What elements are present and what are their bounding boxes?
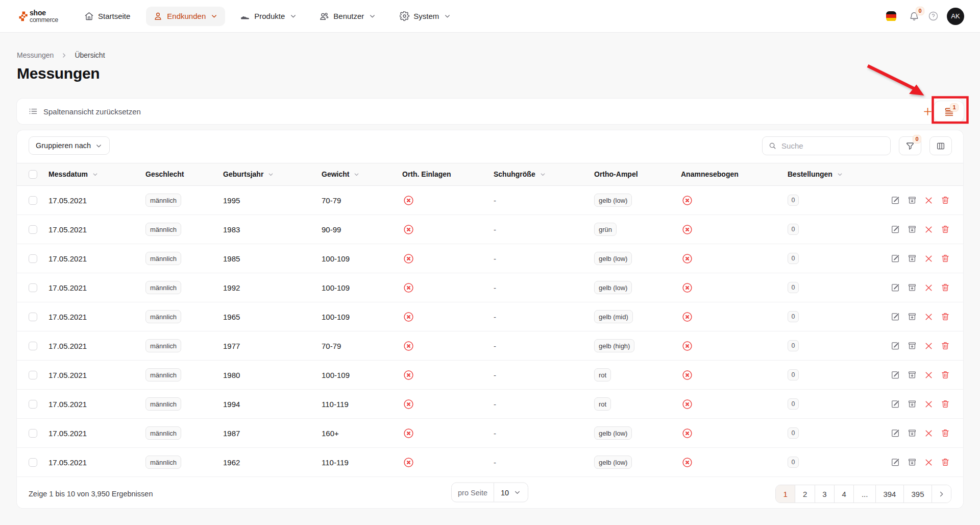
delete-button[interactable] bbox=[941, 196, 950, 205]
cancel-button[interactable] bbox=[924, 400, 933, 409]
search-input[interactable] bbox=[781, 141, 884, 150]
circle-x-icon bbox=[682, 253, 693, 264]
edit-button[interactable] bbox=[891, 428, 900, 438]
column-header-schuhgroesse[interactable]: Schuhgröße bbox=[494, 170, 594, 178]
column-header-geburtsjahr[interactable]: Geburtsjahr bbox=[223, 170, 322, 178]
nav-item-benutzer[interactable]: Benutzer bbox=[312, 7, 383, 26]
delete-button[interactable] bbox=[941, 370, 950, 379]
column-header-geschlecht[interactable]: Geschlecht bbox=[145, 170, 223, 178]
column-header-label: Geschlecht bbox=[145, 170, 184, 178]
cancel-button[interactable] bbox=[924, 225, 933, 234]
breadcrumb-parent[interactable]: Messungen bbox=[17, 51, 54, 59]
pagination-next-button[interactable] bbox=[932, 485, 951, 503]
row-checkbox[interactable] bbox=[29, 225, 37, 234]
edit-button[interactable] bbox=[891, 196, 900, 205]
pagination-page-2[interactable]: 2 bbox=[795, 485, 815, 503]
edit-button[interactable] bbox=[891, 458, 900, 467]
delete-button[interactable] bbox=[941, 225, 950, 234]
edit-button[interactable] bbox=[891, 370, 900, 379]
edit-button[interactable] bbox=[891, 283, 900, 292]
pagination-page-394[interactable]: 394 bbox=[876, 485, 904, 503]
home-icon bbox=[84, 11, 94, 21]
cancel-button[interactable] bbox=[924, 283, 933, 292]
nav-item-endkunden[interactable]: Endkunden bbox=[146, 7, 225, 26]
cancel-button[interactable] bbox=[924, 458, 933, 467]
cell-gewicht: 70-79 bbox=[322, 196, 402, 205]
group-by-dropdown[interactable]: Gruppieren nach bbox=[29, 136, 110, 155]
orders-badge: 0 bbox=[788, 398, 799, 410]
column-header-gewicht[interactable]: Gewicht bbox=[322, 170, 402, 178]
archive-button[interactable] bbox=[908, 254, 917, 263]
row-checkbox[interactable] bbox=[29, 371, 37, 379]
cancel-button[interactable] bbox=[924, 254, 933, 263]
archive-button[interactable] bbox=[908, 196, 917, 205]
circle-x-icon bbox=[403, 399, 414, 410]
column-header-orth-einlagen[interactable]: Orth. Einlagen bbox=[402, 170, 494, 178]
archive-button[interactable] bbox=[908, 341, 917, 350]
column-header-anamnesebogen[interactable]: Anamnesebogen bbox=[681, 170, 788, 178]
language-flag-german[interactable] bbox=[886, 11, 896, 21]
archive-button[interactable] bbox=[908, 399, 917, 409]
row-checkbox[interactable] bbox=[29, 283, 37, 292]
pagination-page-1[interactable]: 1 bbox=[776, 485, 795, 503]
archive-button[interactable] bbox=[908, 370, 917, 379]
pagination-page-3[interactable]: 3 bbox=[815, 485, 835, 503]
row-checkbox[interactable] bbox=[29, 400, 37, 409]
per-page-select[interactable]: 10 bbox=[494, 483, 528, 502]
top-navigation-bar: shoe commerce Startseite Endkunden Pro bbox=[0, 0, 980, 33]
column-header-ortho-ampel[interactable]: Ortho-Ampel bbox=[594, 170, 681, 178]
cancel-button[interactable] bbox=[924, 429, 933, 438]
column-header-label: Gewicht bbox=[322, 170, 349, 178]
delete-button[interactable] bbox=[941, 283, 950, 292]
row-checkbox[interactable] bbox=[29, 196, 37, 205]
delete-button[interactable] bbox=[941, 458, 950, 467]
pagination-page-4[interactable]: 4 bbox=[835, 485, 854, 503]
cancel-button[interactable] bbox=[924, 313, 933, 321]
help-button[interactable] bbox=[928, 11, 939, 21]
user-avatar[interactable]: AK bbox=[947, 8, 964, 25]
filter-button[interactable]: 0 bbox=[899, 136, 921, 155]
nav-item-startseite[interactable]: Startseite bbox=[77, 7, 137, 26]
nav-item-system[interactable]: System bbox=[393, 7, 458, 26]
logo-mark-icon bbox=[16, 9, 30, 23]
archive-button[interactable] bbox=[908, 283, 917, 292]
archive-button[interactable] bbox=[908, 312, 917, 321]
archive-button[interactable] bbox=[908, 458, 917, 467]
app-logo[interactable]: shoe commerce bbox=[16, 9, 58, 23]
edit-button[interactable] bbox=[891, 341, 900, 350]
delete-button[interactable] bbox=[941, 312, 950, 321]
delete-button[interactable] bbox=[941, 399, 950, 409]
archive-button[interactable] bbox=[908, 225, 917, 234]
cancel-button[interactable] bbox=[924, 371, 933, 379]
reset-column-view-button[interactable]: Spaltenansicht zurücksetzen bbox=[29, 107, 141, 116]
delete-button[interactable] bbox=[941, 341, 950, 350]
column-header-messdatum[interactable]: Messdatum bbox=[48, 170, 145, 178]
notifications-button[interactable]: 0 bbox=[909, 11, 919, 21]
row-checkbox[interactable] bbox=[29, 342, 37, 350]
edit-button[interactable] bbox=[891, 399, 900, 409]
delete-button[interactable] bbox=[941, 428, 950, 438]
row-checkbox[interactable] bbox=[29, 254, 37, 263]
archive-button[interactable] bbox=[908, 428, 917, 438]
edit-button[interactable] bbox=[891, 225, 900, 234]
row-checkbox[interactable] bbox=[29, 313, 37, 321]
cancel-button[interactable] bbox=[924, 196, 933, 205]
reset-column-view-label: Spaltenansicht zurücksetzen bbox=[43, 107, 141, 116]
row-checkbox[interactable] bbox=[29, 458, 37, 467]
edit-button[interactable] bbox=[891, 312, 900, 321]
row-checkbox[interactable] bbox=[29, 429, 37, 438]
cell-orth-einlagen bbox=[402, 253, 494, 264]
add-button[interactable] bbox=[922, 106, 933, 117]
x-mark-icon bbox=[924, 225, 933, 234]
column-header-label: Schuhgröße bbox=[494, 170, 535, 178]
column-header-bestellungen[interactable]: Bestellungen bbox=[788, 170, 885, 178]
pagination-page-395[interactable]: 395 bbox=[904, 485, 932, 503]
queue-button[interactable]: 1 bbox=[934, 101, 964, 122]
edit-button[interactable] bbox=[891, 254, 900, 263]
nav-item-produkte[interactable]: Produkte bbox=[233, 7, 304, 26]
columns-settings-button[interactable] bbox=[929, 136, 952, 155]
pagination-ellipsis[interactable]: ... bbox=[854, 485, 876, 503]
cancel-button[interactable] bbox=[924, 342, 933, 350]
select-all-checkbox[interactable] bbox=[29, 170, 37, 179]
delete-button[interactable] bbox=[941, 254, 950, 263]
